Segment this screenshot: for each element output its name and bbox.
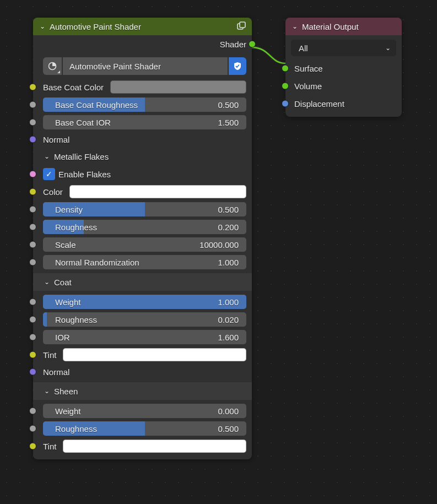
output-shader-label: Shader (220, 40, 246, 49)
sheen-section-header[interactable]: ⌄ Sheen (33, 382, 252, 400)
base-coat-color-row: Base Coat Color (33, 78, 252, 96)
coat-tint-row: Tint (33, 346, 252, 364)
base-coat-color-swatch[interactable] (110, 80, 246, 94)
sheen-roughness-slider[interactable]: Roughness 0.500 (43, 421, 246, 436)
chevron-down-icon: ⌄ (385, 44, 391, 52)
nodegroup-selector-row: Automotive Paint Shader (43, 57, 246, 75)
sheen-tint-label: Tint (43, 442, 56, 451)
normal-row-1: Normal (33, 131, 252, 148)
base-coat-ior-slider[interactable]: Base Coat IOR 1.500 (43, 115, 246, 129)
base-coat-roughness-row: Base Coat Roughness 0.500 (33, 96, 252, 113)
svg-rect-1 (240, 22, 245, 28)
coat-roughness-socket[interactable] (29, 316, 36, 323)
flake-density-row: Density 0.500 (33, 200, 252, 218)
surface-label: Surface (294, 64, 323, 73)
output-shader-socket[interactable] (249, 41, 256, 48)
output-shader-row: Shader (33, 35, 252, 53)
chevron-down-icon[interactable]: ⌄ (39, 23, 46, 30)
chevron-down-icon: ⌄ (43, 153, 51, 160)
base-coat-color-label: Base Coat Color (43, 83, 104, 92)
sheen-tint-socket[interactable] (29, 443, 36, 450)
displacement-label: Displacement (294, 99, 344, 109)
coat-ior-slider[interactable]: IOR 1.600 (43, 330, 246, 344)
sheen-tint-row: Tint (33, 437, 252, 455)
node-header[interactable]: ⌄ Automotive Paint Shader (33, 18, 252, 35)
sheen-weight-row: Weight 0.000 (33, 402, 252, 420)
coat-roughness-row: Roughness 0.020 (33, 311, 252, 328)
coat-weight-slider[interactable]: Weight 1.000 (43, 295, 246, 309)
nodegroup-window-icon[interactable] (235, 20, 247, 32)
coat-tint-label: Tint (43, 350, 56, 360)
chevron-down-icon: ⌄ (43, 387, 51, 395)
volume-input-row: Volume (285, 77, 402, 95)
nodegroup-fakeuser-button[interactable] (229, 57, 246, 75)
flake-normal-random-slider[interactable]: Normal Randomization 1.000 (43, 255, 246, 269)
flake-color-swatch[interactable] (69, 185, 246, 198)
coat-weight-row: Weight 1.000 (33, 293, 252, 311)
flake-roughness-slider[interactable]: Roughness 0.200 (43, 220, 246, 234)
coat-tint-swatch[interactable] (63, 348, 246, 361)
coat-ior-socket[interactable] (29, 334, 36, 341)
base-coat-color-socket[interactable] (29, 84, 36, 91)
chevron-down-icon[interactable]: ⌄ (291, 23, 299, 30)
sheen-weight-socket[interactable] (29, 408, 36, 415)
flake-color-label: Color (43, 187, 63, 197)
coat-ior-row: IOR 1.600 (33, 328, 252, 346)
normal-socket-1[interactable] (29, 136, 36, 143)
flake-normal-random-row: Normal Randomization 1.000 (33, 253, 252, 271)
surface-socket[interactable] (282, 65, 289, 72)
base-coat-roughness-socket[interactable] (29, 101, 36, 109)
base-coat-roughness-slider[interactable]: Base Coat Roughness 0.500 (43, 97, 246, 112)
flake-scale-slider[interactable]: Scale 10000.000 (43, 237, 246, 252)
volume-label: Volume (294, 82, 322, 91)
automotive-paint-shader-node[interactable]: ⌄ Automotive Paint Shader Shader Automot… (33, 18, 252, 459)
flake-roughness-row: Roughness 0.200 (33, 218, 252, 236)
node-body: All ⌄ Surface Volume Displacement (285, 40, 402, 117)
target-select[interactable]: All ⌄ (291, 40, 396, 56)
sheen-roughness-row: Roughness 0.500 (33, 420, 252, 437)
flake-roughness-socket[interactable] (29, 224, 36, 231)
displacement-socket[interactable] (282, 100, 289, 107)
normal-label-2: Normal (43, 367, 69, 377)
flake-density-socket[interactable] (29, 206, 36, 213)
chevron-down-icon: ⌄ (43, 278, 51, 286)
normal-label-1: Normal (43, 135, 69, 144)
base-coat-ior-row: Base Coat IOR 1.500 (33, 113, 252, 131)
base-coat-ior-socket[interactable] (29, 119, 36, 126)
normal-socket-2[interactable] (29, 368, 36, 376)
normal-row-2: Normal (33, 364, 252, 380)
node-title: Material Output (302, 22, 397, 31)
metallic-flakes-section-header[interactable]: ⌄ Metallic Flakes (33, 148, 252, 165)
coat-roughness-slider[interactable]: Roughness 0.020 (43, 312, 246, 327)
enable-flakes-checkbox[interactable]: ✓ (43, 168, 55, 180)
nodegroup-browse-button[interactable] (43, 57, 62, 75)
sheen-roughness-socket[interactable] (29, 425, 36, 432)
enable-flakes-label: Enable Flakes (58, 170, 111, 179)
flake-scale-socket[interactable] (29, 241, 36, 248)
sheen-tint-swatch[interactable] (63, 440, 246, 453)
material-output-node[interactable]: ⌄ Material Output All ⌄ Surface Volume D… (285, 18, 402, 117)
nodegroup-name-field[interactable]: Automotive Paint Shader (63, 57, 228, 75)
coat-tint-socket[interactable] (29, 351, 36, 359)
coat-section-header[interactable]: ⌄ Coat (33, 273, 252, 291)
flake-density-slider[interactable]: Density 0.500 (43, 202, 246, 216)
node-header[interactable]: ⌄ Material Output (285, 18, 402, 35)
enable-flakes-socket[interactable] (29, 171, 36, 178)
flake-scale-row: Scale 10000.000 (33, 236, 252, 253)
flake-color-row: Color (33, 183, 252, 200)
node-body: Shader Automotive Paint Shader Base Coat… (33, 35, 252, 459)
target-select-value: All (299, 44, 385, 53)
sheen-weight-slider[interactable]: Weight 0.000 (43, 404, 246, 418)
volume-socket[interactable] (282, 83, 289, 90)
surface-input-row: Surface (285, 59, 402, 77)
node-title: Automotive Paint Shader (50, 22, 235, 31)
enable-flakes-row: ✓ Enable Flakes (33, 165, 252, 183)
flake-normal-random-socket[interactable] (29, 259, 36, 266)
displacement-input-row: Displacement (285, 95, 402, 112)
coat-weight-socket[interactable] (29, 299, 36, 306)
flake-color-socket[interactable] (29, 188, 36, 196)
